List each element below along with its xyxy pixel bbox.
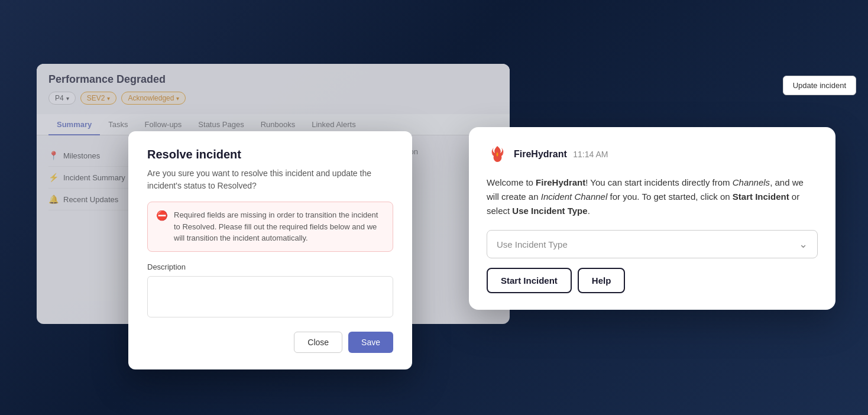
incident-channel-italic: Incident Channel bbox=[541, 192, 608, 202]
error-icon: ⛔ bbox=[156, 210, 168, 221]
fh-header: FireHydrant 11:14 AM bbox=[487, 144, 818, 165]
description-field-label: Description bbox=[147, 262, 393, 271]
welcome-mid: ! You can start incidents directly from bbox=[585, 177, 732, 187]
channels-italic: Channels bbox=[733, 177, 770, 187]
period: . bbox=[588, 206, 590, 216]
modal-body-text: Are you sure you want to resolve this in… bbox=[147, 167, 393, 192]
update-incident-button[interactable]: Update incident bbox=[783, 76, 856, 95]
use-type-bold: Use Incident Type bbox=[512, 206, 587, 216]
start-incident-button[interactable]: Start Incident bbox=[487, 268, 572, 293]
modal-footer: Close Save bbox=[147, 332, 393, 353]
close-button[interactable]: Close bbox=[294, 332, 342, 353]
welcome-prefix: Welcome to bbox=[487, 177, 536, 187]
welcome-end: for you. To get started, click on bbox=[607, 192, 733, 202]
modal-title: Resolve incident bbox=[147, 148, 393, 161]
fh-action-buttons: Start Incident Help bbox=[487, 268, 818, 293]
error-box: ⛔ Required fields are missing in order t… bbox=[147, 202, 393, 252]
fh-bold-brand: FireHydrant bbox=[536, 177, 585, 187]
resolve-incident-modal: Resolve incident Are you sure you want t… bbox=[128, 131, 412, 369]
help-button[interactable]: Help bbox=[578, 268, 626, 293]
firehydrant-chat-card: FireHydrant 11:14 AM Welcome to FireHydr… bbox=[469, 127, 835, 310]
use-incident-type-dropdown[interactable]: Use Incident Type ⌄ bbox=[487, 230, 818, 258]
error-message: Required fields are missing in order to … bbox=[174, 209, 384, 244]
chevron-down-icon: ⌄ bbox=[799, 238, 808, 251]
fh-brand-name: FireHydrant 11:14 AM bbox=[514, 149, 608, 160]
save-button[interactable]: Save bbox=[348, 332, 393, 353]
dropdown-placeholder: Use Incident Type bbox=[497, 239, 568, 249]
start-incident-bold: Start Incident bbox=[733, 192, 789, 202]
description-textarea[interactable] bbox=[147, 276, 393, 317]
fh-body-text: Welcome to FireHydrant! You can start in… bbox=[487, 176, 818, 218]
firehydrant-logo bbox=[487, 144, 508, 165]
